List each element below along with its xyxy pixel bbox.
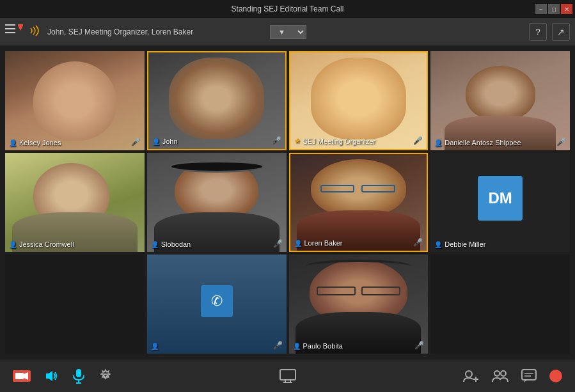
bottom-bar <box>0 359 575 392</box>
participant-name-paulo: Paulo Bobita <box>303 342 343 350</box>
participant-label-phone: 👤 <box>151 343 159 350</box>
close-button[interactable]: ✕ <box>561 4 572 14</box>
avatar-initials-debbie: DM <box>478 176 523 221</box>
users-list-button[interactable] <box>489 366 511 386</box>
mic-icon-john: 🎤 <box>272 136 281 145</box>
svg-point-21 <box>501 371 506 376</box>
person-icon-danielle: 👤 <box>434 139 442 146</box>
video-cell-debbie: DM 👤 Debbie Miller <box>430 153 570 252</box>
video-cell-danielle: 👤 Danielle Antosz Shippee 🎤 <box>430 51 570 150</box>
participant-name-debbie: Debbie Miller <box>445 240 485 248</box>
participant-name-loren: Loren Baker <box>304 239 343 247</box>
video-cell-sej: ★ SEJ Meeting Organizer 🎤 <box>289 51 429 150</box>
person-icon-debbie: 👤 <box>434 241 442 248</box>
participant-name-john: John <box>162 137 178 145</box>
participant-label-slobodan: 👤 Slobodan <box>151 240 191 248</box>
svg-point-17 <box>466 371 472 377</box>
svg-rect-1 <box>5 28 15 29</box>
video-bg-jessica <box>5 153 145 252</box>
participant-label-sej: ★ SEJ Meeting Organizer <box>294 137 376 145</box>
toolbar-right: ? ↗ <box>529 23 570 41</box>
mic-icon-kelsey: 🎤 <box>131 137 141 146</box>
window-title: Standing SEJ Editorial Team Call <box>232 4 344 13</box>
video-cell-empty2 <box>430 255 570 354</box>
participant-label-paulo: 👤 Paulo Bobita <box>293 342 343 350</box>
participant-label-kelsey: 👤 Kelsey Jones <box>9 139 61 146</box>
person-icon-phone: 👤 <box>151 343 159 350</box>
participant-label-loren: 👤 Loren Baker <box>294 239 343 247</box>
svg-point-20 <box>494 371 500 376</box>
add-user-button[interactable] <box>460 366 482 386</box>
svg-rect-6 <box>15 373 24 379</box>
video-bg-slobodan <box>147 153 287 252</box>
minimize-button[interactable]: − <box>535 4 547 14</box>
record-indicator <box>549 370 562 382</box>
video-cell-john: 👤 John 🎤 <box>147 51 287 150</box>
participant-label-jessica: 👤 Jessica Cromwell <box>9 240 74 248</box>
video-bg-danielle <box>430 51 570 150</box>
participant-label-danielle: 👤 Danielle Antosz Shippee <box>434 139 521 146</box>
participant-name-sej: SEJ Meeting Organizer <box>303 137 376 145</box>
chat-button[interactable] <box>519 366 539 386</box>
mic-icon-danielle: 🎤 <box>556 137 566 146</box>
exit-button[interactable]: ↗ <box>552 23 570 41</box>
help-button[interactable]: ? <box>529 23 547 41</box>
svg-rect-13 <box>280 370 295 380</box>
svg-marker-4 <box>18 26 23 31</box>
video-cell-slobodan: 👤 Slobodan 🎤 <box>147 153 287 252</box>
participant-label-debbie: 👤 Debbie Miller <box>434 240 485 248</box>
speaker-button[interactable] <box>41 366 61 386</box>
mic-icon-phone: 🎤 <box>273 341 283 350</box>
svg-rect-9 <box>76 369 81 377</box>
bottom-right-controls <box>460 366 565 386</box>
toolbar: John, SEJ Meeting Organizer, Loren Baker… <box>0 18 575 46</box>
svg-marker-7 <box>24 372 28 380</box>
app-logo <box>5 23 23 41</box>
star-icon-sej: ★ <box>294 137 301 145</box>
mic-icon-loren: 🎤 <box>413 238 423 247</box>
window-controls: − □ ✕ <box>535 4 572 14</box>
video-cell-empty <box>5 255 145 354</box>
video-cell-kelsey: 👤 Kelsey Jones 🎤 <box>5 51 145 150</box>
svg-rect-22 <box>522 370 536 380</box>
person-icon-john: 👤 <box>152 138 160 145</box>
toolbar-dropdown[interactable]: ▼ <box>270 25 306 39</box>
video-bg-sej <box>290 52 427 149</box>
bottom-left-controls <box>10 366 115 386</box>
person-icon-slobodan: 👤 <box>151 241 159 248</box>
person-icon-kelsey: 👤 <box>9 139 17 146</box>
participants-text: John, SEJ Meeting Organizer, Loren Baker <box>47 27 270 36</box>
mic-icon-sej: 🎤 <box>413 136 423 145</box>
video-cell-jessica: 👤 Jessica Cromwell <box>5 153 145 252</box>
participant-name-jessica: Jessica Cromwell <box>19 240 74 248</box>
participant-label-john: 👤 John <box>152 137 178 145</box>
bottom-center-controls <box>277 366 299 386</box>
record-button[interactable] <box>547 367 565 385</box>
camera-button[interactable] <box>10 368 33 384</box>
audio-indicator <box>28 25 43 39</box>
svg-rect-2 <box>5 32 15 33</box>
video-cell-paulo: 👤 Paulo Bobita 🎤 <box>289 255 429 354</box>
participant-name-slobodan: Slobodan <box>161 240 191 248</box>
video-bg-kelsey <box>5 51 145 150</box>
video-bg-paulo <box>289 255 429 354</box>
video-bg-john <box>148 52 285 149</box>
video-bg-loren <box>290 154 427 251</box>
mic-icon-paulo: 🎤 <box>414 341 424 350</box>
phone-icon: ✆ <box>201 285 233 317</box>
video-grid: 👤 Kelsey Jones 🎤 👤 John 🎤 ★ SEJ Meeting … <box>0 46 575 359</box>
svg-rect-0 <box>5 24 15 26</box>
title-bar: Standing SEJ Editorial Team Call − □ ✕ <box>0 0 575 18</box>
screen-share-button[interactable] <box>277 366 299 386</box>
participant-name-danielle: Danielle Antosz Shippee <box>445 139 521 146</box>
maximize-button[interactable]: □ <box>548 4 560 14</box>
person-icon-jessica: 👤 <box>9 241 17 248</box>
video-cell-phone: ✆ 👤 🎤 <box>147 255 287 354</box>
video-cell-loren: 👤 Loren Baker 🎤 <box>289 153 429 252</box>
mic-button[interactable] <box>69 366 88 386</box>
settings-button[interactable] <box>96 366 115 386</box>
participant-name-kelsey: Kelsey Jones <box>19 139 61 146</box>
svg-marker-8 <box>46 371 52 381</box>
mic-icon-slobodan: 🎤 <box>273 239 283 248</box>
person-icon-paulo: 👤 <box>293 343 301 350</box>
